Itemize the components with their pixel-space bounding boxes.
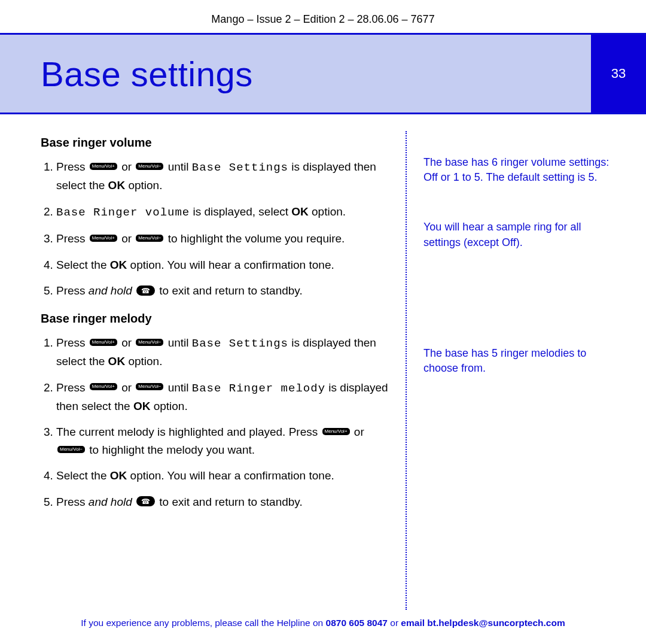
section-heading-ringer-volume: Base ringer volume: [41, 136, 394, 150]
footer-helpline: If you experience any problems, please c…: [0, 618, 646, 628]
section-heading-ringer-melody: Base ringer melody: [41, 312, 394, 326]
display-text: Base Ringer volume: [56, 206, 190, 219]
page-number-box: 33: [591, 35, 646, 113]
step: Base Ringer volume is displayed, select …: [56, 203, 394, 221]
menu-vol-minus-icon: Menu/Vol−: [57, 446, 85, 453]
display-text: Base Settings: [192, 337, 288, 350]
step: Press and hold ☎ to exit and return to s…: [56, 282, 394, 299]
step: Press Menu/Vol+ or Menu/Vol− until Base …: [56, 379, 394, 415]
page-title: Base settings: [0, 54, 253, 94]
menu-vol-plus-icon: Menu/Vol+: [90, 235, 117, 242]
step: Press Menu/Vol+ or Menu/Vol− until Base …: [56, 158, 394, 195]
main-column: Base ringer volume Press Menu/Vol+ or Me…: [41, 131, 394, 610]
menu-vol-minus-icon: Menu/Vol−: [136, 339, 163, 346]
side-column: The base has 6 ringer volume settings: O…: [406, 131, 621, 610]
menu-vol-minus-icon: Menu/Vol−: [136, 163, 163, 170]
step: Press Menu/Vol+ or Menu/Vol− until Base …: [56, 334, 394, 370]
step: Press and hold ☎ to exit and return to s…: [56, 493, 394, 511]
menu-vol-plus-icon: Menu/Vol+: [90, 163, 117, 170]
hangup-icon: ☎: [136, 496, 155, 506]
side-note: The base has 5 ringer melodies to choose…: [423, 346, 621, 376]
step: The current melody is highlighted and pl…: [56, 423, 394, 458]
page-number: 33: [611, 66, 626, 81]
menu-vol-plus-icon: Menu/Vol+: [90, 339, 117, 346]
steps-ringer-melody: Press Menu/Vol+ or Menu/Vol− until Base …: [41, 334, 394, 511]
step: Select the OK option. You will hear a co…: [56, 467, 394, 484]
menu-vol-plus-icon: Menu/Vol+: [90, 383, 117, 390]
step: Press Menu/Vol+ or Menu/Vol− to highligh…: [56, 230, 394, 247]
side-note: You will hear a sample ring for all sett…: [423, 220, 621, 250]
display-text: Base Ringer melody: [192, 382, 325, 395]
menu-vol-minus-icon: Menu/Vol−: [136, 383, 163, 390]
side-note: The base has 6 ringer volume settings: O…: [423, 155, 621, 185]
hangup-icon: ☎: [136, 285, 155, 296]
title-bar: Base settings 33: [0, 33, 646, 114]
display-text: Base Settings: [192, 161, 288, 174]
menu-vol-plus-icon: Menu/Vol+: [322, 428, 350, 435]
menu-vol-minus-icon: Menu/Vol−: [136, 235, 163, 242]
step: Select the OK option. You will hear a co…: [56, 256, 394, 274]
steps-ringer-volume: Press Menu/Vol+ or Menu/Vol− until Base …: [41, 158, 394, 300]
doc-header-line: Mango – Issue 2 – Edition 2 – 28.06.06 –…: [0, 0, 646, 33]
